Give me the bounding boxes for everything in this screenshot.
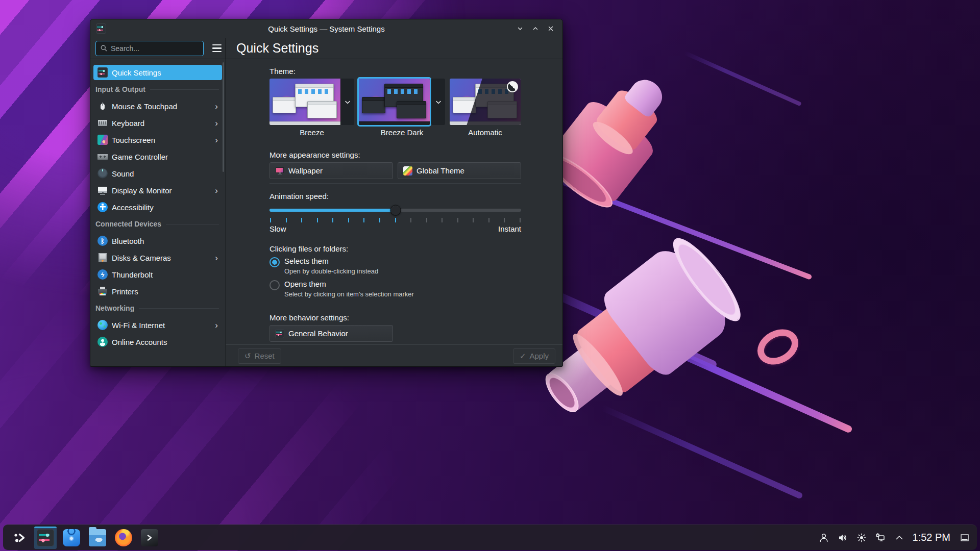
slider-tick <box>395 218 396 222</box>
radio-label: Opens them <box>284 280 414 288</box>
sidebar-item-game-controller[interactable]: Game Controller <box>93 149 222 164</box>
radio-button[interactable] <box>270 257 280 267</box>
global-theme-button[interactable]: Global Theme <box>398 162 521 179</box>
theme-option-label: Automatic <box>450 128 521 137</box>
brightness-icon <box>856 532 867 543</box>
theme-label: Theme: <box>270 67 521 76</box>
button-label: Wallpaper <box>288 166 323 175</box>
sidebar-item-mouse-touchpad[interactable]: Mouse & Touchpad› <box>93 98 222 114</box>
tray-expand-button[interactable] <box>893 532 905 544</box>
main-toolbar: Quick Settings <box>226 38 562 59</box>
sidebar-item-display-monitor[interactable]: Display & Monitor› <box>93 183 222 198</box>
clicking-options: Selects themOpen by double-clicking inst… <box>270 257 521 299</box>
user-icon <box>818 532 829 543</box>
tray-brightness-button[interactable] <box>855 532 868 544</box>
close-button[interactable] <box>543 21 558 36</box>
accessibility-icon <box>97 202 108 212</box>
chevron-right-icon: › <box>215 119 218 128</box>
hamburger-icon <box>212 44 222 45</box>
sidebar-item-wifi-internet[interactable]: Wi-Fi & Internet› <box>93 317 222 333</box>
sidebar-item-online-accounts[interactable]: Online Accounts <box>93 334 222 349</box>
slider-tick <box>379 218 380 222</box>
sidebar-item-disks-cameras[interactable]: Disks & Cameras› <box>93 250 222 265</box>
taskbar-app-discover[interactable] <box>60 527 83 549</box>
sidebar-item-bluetooth[interactable]: Bluetooth <box>93 233 222 248</box>
slider-tick <box>317 218 318 222</box>
slider-tick <box>473 218 474 222</box>
radio-label: Selects them <box>284 257 378 265</box>
taskbar-app-system-settings[interactable] <box>34 527 57 549</box>
theme-preview-automatic[interactable] <box>450 79 521 125</box>
wallpaper-icon <box>275 166 284 176</box>
display-icon <box>97 185 108 195</box>
sidebar-item-thunderbolt[interactable]: Thunderbolt <box>93 267 222 282</box>
quick-settings-icon <box>97 67 108 78</box>
theme-dropdown-button[interactable] <box>431 79 445 125</box>
preview-window <box>307 101 337 118</box>
general-behavior-button[interactable]: General Behavior <box>270 325 393 342</box>
slider-ticks <box>270 218 521 222</box>
section-divider <box>270 183 521 184</box>
sidebar-item-label: Accessibility <box>112 203 154 212</box>
sidebar-item-quick-settings[interactable]: Quick Settings <box>93 65 222 80</box>
maximize-button[interactable] <box>528 21 543 36</box>
theme-preview-breeze[interactable] <box>270 79 340 125</box>
sidebar-scrollbar[interactable] <box>223 62 224 172</box>
slider-tick <box>363 218 364 222</box>
sidebar-item-sound[interactable]: Sound <box>93 166 222 181</box>
slider-tick <box>286 218 287 222</box>
menu-button[interactable] <box>210 41 224 56</box>
slider-tick <box>442 218 443 222</box>
reset-button[interactable]: ↺ Reset <box>238 348 281 364</box>
taskbar-app-konsole[interactable] <box>138 527 161 549</box>
show-desktop-button[interactable] <box>959 532 971 544</box>
animation-speed-slider[interactable]: Slow Instant <box>270 205 521 233</box>
touchscreen-icon <box>97 135 108 145</box>
main-pane: Quick Settings Theme: BreezeBreeze DarkA… <box>226 38 562 367</box>
slider-tick <box>426 218 427 222</box>
slider-tick <box>504 218 505 222</box>
sidebar-item-touchscreen[interactable]: Touchscreen› <box>93 132 222 147</box>
tray-user-button[interactable] <box>818 532 830 544</box>
app-launcher-button[interactable] <box>8 527 31 549</box>
tray-display-button[interactable] <box>874 532 887 544</box>
wallpaper-button[interactable]: Wallpaper <box>270 162 393 179</box>
taskbar-app-firefox[interactable] <box>112 527 135 549</box>
page-title: Quick Settings <box>226 41 318 56</box>
slider-max-label: Instant <box>498 224 521 233</box>
radio-option-selects-them: Selects themOpen by double-clicking inst… <box>270 257 521 276</box>
search-icon <box>100 44 108 52</box>
sidebar-item-accessibility[interactable]: Accessibility <box>93 199 222 215</box>
sound-icon <box>97 168 108 179</box>
appearance-buttons: WallpaperGlobal Theme <box>270 162 521 179</box>
theme-option-label: Breeze <box>270 128 354 137</box>
system-settings-window: Quick Settings — System Settings <box>90 19 563 367</box>
theme-option-label: Breeze Dark <box>359 128 445 137</box>
sidebar-item-keyboard[interactable]: Keyboard› <box>93 115 222 131</box>
slider-track[interactable] <box>270 205 521 216</box>
chevron-right-icon: › <box>215 321 218 330</box>
wifi-icon <box>97 320 108 330</box>
clock[interactable]: 1:52 PM <box>913 532 950 543</box>
checkmark-icon: ✓ <box>520 352 526 361</box>
minimize-button[interactable] <box>512 21 528 36</box>
titlebar[interactable]: Quick Settings — System Settings <box>90 19 562 38</box>
sidebar-item-label: Bluetooth <box>112 237 144 245</box>
slider-handle[interactable] <box>390 205 401 216</box>
search-input[interactable]: Search... <box>95 41 204 56</box>
theme-preview-breeze-dark[interactable] <box>359 79 430 125</box>
section-divider-line <box>150 89 219 90</box>
radio-button[interactable] <box>270 280 280 290</box>
discover-icon <box>63 529 80 546</box>
sidebar-item-printers[interactable]: Printers <box>93 284 222 299</box>
slider-min-label: Slow <box>270 224 286 233</box>
taskbar-app-dolphin[interactable] <box>86 527 109 549</box>
globaltheme-icon <box>403 166 412 176</box>
section-label: Input & Output <box>95 85 145 93</box>
volume-icon <box>837 532 848 543</box>
slider-tick <box>457 218 458 222</box>
taskbar: 1:52 PM <box>3 524 977 550</box>
tray-volume-button[interactable] <box>837 532 849 544</box>
theme-dropdown-button[interactable] <box>340 79 354 125</box>
apply-button[interactable]: ✓ Apply <box>513 348 555 364</box>
